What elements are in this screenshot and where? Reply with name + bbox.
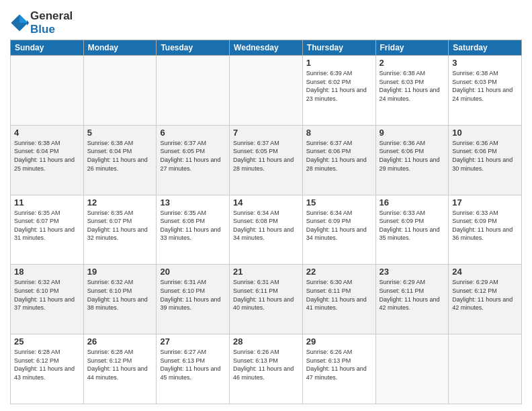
day-info: Sunrise: 6:35 AMSunset: 6:07 PMDaylight:… (14, 209, 80, 242)
day-info: Sunrise: 6:38 AMSunset: 6:03 PMDaylight:… (380, 69, 445, 103)
day-number: 28 (233, 336, 299, 347)
calendar-day-cell: 26Sunrise: 6:28 AMSunset: 6:12 PMDayligh… (83, 334, 157, 404)
day-number: 4 (14, 128, 80, 138)
calendar-day-cell: 8Sunrise: 6:37 AMSunset: 6:06 PMDaylight… (302, 125, 375, 195)
day-number: 8 (306, 128, 372, 138)
calendar-day-cell: 11Sunrise: 6:35 AMSunset: 6:07 PMDayligh… (11, 195, 84, 265)
day-info: Sunrise: 6:36 AMSunset: 6:06 PMDaylight:… (380, 139, 445, 173)
weekday-header: Saturday (449, 40, 522, 56)
calendar-day-cell: 2Sunrise: 6:38 AMSunset: 6:03 PMDaylight… (375, 56, 449, 126)
day-info: Sunrise: 6:38 AMSunset: 6:03 PMDaylight:… (452, 69, 518, 103)
calendar-day-cell (230, 56, 303, 126)
calendar-week-row: 18Sunrise: 6:32 AMSunset: 6:10 PMDayligh… (11, 265, 522, 334)
calendar-week-row: 11Sunrise: 6:35 AMSunset: 6:07 PMDayligh… (11, 195, 522, 265)
day-info: Sunrise: 6:34 AMSunset: 6:08 PMDaylight:… (233, 209, 299, 242)
calendar-day-cell: 1Sunrise: 6:39 AMSunset: 6:02 PMDaylight… (302, 56, 375, 126)
calendar-day-cell: 15Sunrise: 6:34 AMSunset: 6:09 PMDayligh… (302, 195, 375, 265)
day-number: 23 (380, 267, 445, 277)
calendar-week-row: 1Sunrise: 6:39 AMSunset: 6:02 PMDaylight… (11, 56, 522, 126)
day-number: 10 (452, 128, 518, 138)
day-info: Sunrise: 6:26 AMSunset: 6:13 PMDaylight:… (306, 348, 372, 381)
calendar-day-cell: 10Sunrise: 6:36 AMSunset: 6:06 PMDayligh… (449, 125, 522, 195)
day-number: 17 (452, 197, 518, 208)
day-number: 29 (306, 336, 372, 347)
day-number: 1 (306, 58, 372, 68)
day-info: Sunrise: 6:38 AMSunset: 6:04 PMDaylight:… (14, 139, 80, 173)
logo: General Blue (10, 9, 73, 36)
calendar-day-cell: 17Sunrise: 6:33 AMSunset: 6:09 PMDayligh… (449, 195, 522, 265)
day-info: Sunrise: 6:39 AMSunset: 6:02 PMDaylight:… (306, 69, 372, 103)
calendar-day-cell: 5Sunrise: 6:38 AMSunset: 6:04 PMDaylight… (83, 125, 157, 195)
calendar-day-cell (11, 56, 84, 126)
day-number: 26 (87, 336, 153, 347)
weekday-header: Tuesday (157, 40, 230, 56)
calendar-day-cell: 13Sunrise: 6:35 AMSunset: 6:08 PMDayligh… (157, 195, 230, 265)
day-info: Sunrise: 6:29 AMSunset: 6:11 PMDaylight:… (380, 278, 445, 312)
day-info: Sunrise: 6:27 AMSunset: 6:13 PMDaylight:… (160, 348, 226, 381)
day-number: 24 (452, 267, 518, 277)
day-number: 14 (233, 197, 299, 208)
weekday-header: Monday (83, 40, 157, 56)
calendar-day-cell: 28Sunrise: 6:26 AMSunset: 6:13 PMDayligh… (230, 334, 303, 404)
day-number: 2 (380, 58, 445, 68)
calendar-week-row: 4Sunrise: 6:38 AMSunset: 6:04 PMDaylight… (11, 125, 522, 195)
day-info: Sunrise: 6:33 AMSunset: 6:09 PMDaylight:… (380, 209, 445, 242)
calendar-header-row: SundayMondayTuesdayWednesdayThursdayFrid… (11, 40, 522, 56)
calendar-page: General Blue SundayMondayTuesdayWednesda… (0, 0, 532, 411)
day-number: 6 (160, 128, 226, 138)
day-info: Sunrise: 6:37 AMSunset: 6:06 PMDaylight:… (306, 139, 372, 173)
calendar-table: SundayMondayTuesdayWednesdayThursdayFrid… (10, 40, 522, 404)
calendar-day-cell (375, 334, 449, 404)
day-info: Sunrise: 6:28 AMSunset: 6:12 PMDaylight:… (87, 348, 153, 381)
calendar-day-cell: 18Sunrise: 6:32 AMSunset: 6:10 PMDayligh… (11, 265, 84, 334)
calendar-day-cell (449, 334, 522, 404)
weekday-header: Sunday (11, 40, 84, 56)
calendar-day-cell: 24Sunrise: 6:29 AMSunset: 6:12 PMDayligh… (449, 265, 522, 334)
day-number: 18 (14, 267, 80, 277)
calendar-day-cell (83, 56, 157, 126)
calendar-day-cell: 21Sunrise: 6:31 AMSunset: 6:11 PMDayligh… (230, 265, 303, 334)
calendar-day-cell: 9Sunrise: 6:36 AMSunset: 6:06 PMDaylight… (375, 125, 449, 195)
day-number: 3 (452, 58, 518, 68)
day-number: 20 (160, 267, 226, 277)
day-info: Sunrise: 6:35 AMSunset: 6:07 PMDaylight:… (87, 209, 153, 242)
day-info: Sunrise: 6:37 AMSunset: 6:05 PMDaylight:… (160, 139, 226, 173)
weekday-header: Thursday (302, 40, 375, 56)
day-info: Sunrise: 6:31 AMSunset: 6:11 PMDaylight:… (233, 278, 299, 312)
calendar-day-cell: 4Sunrise: 6:38 AMSunset: 6:04 PMDaylight… (11, 125, 84, 195)
calendar-day-cell: 22Sunrise: 6:30 AMSunset: 6:11 PMDayligh… (302, 265, 375, 334)
calendar-day-cell: 27Sunrise: 6:27 AMSunset: 6:13 PMDayligh… (157, 334, 230, 404)
logo-icon (10, 13, 29, 32)
calendar-day-cell: 3Sunrise: 6:38 AMSunset: 6:03 PMDaylight… (449, 56, 522, 126)
svg-marker-2 (27, 19, 29, 25)
calendar-day-cell: 20Sunrise: 6:31 AMSunset: 6:10 PMDayligh… (157, 265, 230, 334)
day-number: 12 (87, 197, 153, 208)
day-info: Sunrise: 6:35 AMSunset: 6:08 PMDaylight:… (160, 209, 226, 242)
day-info: Sunrise: 6:33 AMSunset: 6:09 PMDaylight:… (452, 209, 518, 242)
day-number: 21 (233, 267, 299, 277)
day-info: Sunrise: 6:29 AMSunset: 6:12 PMDaylight:… (452, 278, 518, 312)
header: General Blue (10, 7, 522, 36)
day-number: 5 (87, 128, 153, 138)
calendar-day-cell (157, 56, 230, 126)
calendar-day-cell: 7Sunrise: 6:37 AMSunset: 6:05 PMDaylight… (230, 125, 303, 195)
day-number: 25 (14, 336, 80, 347)
day-number: 16 (380, 197, 445, 208)
day-info: Sunrise: 6:26 AMSunset: 6:13 PMDaylight:… (233, 348, 299, 381)
day-info: Sunrise: 6:36 AMSunset: 6:06 PMDaylight:… (452, 139, 518, 173)
day-info: Sunrise: 6:31 AMSunset: 6:10 PMDaylight:… (160, 278, 226, 312)
day-number: 22 (306, 267, 372, 277)
day-info: Sunrise: 6:28 AMSunset: 6:12 PMDaylight:… (14, 348, 80, 381)
calendar-day-cell: 23Sunrise: 6:29 AMSunset: 6:11 PMDayligh… (375, 265, 449, 334)
day-number: 9 (380, 128, 445, 138)
day-info: Sunrise: 6:30 AMSunset: 6:11 PMDaylight:… (306, 278, 372, 312)
calendar-week-row: 25Sunrise: 6:28 AMSunset: 6:12 PMDayligh… (11, 334, 522, 404)
day-number: 27 (160, 336, 226, 347)
day-info: Sunrise: 6:38 AMSunset: 6:04 PMDaylight:… (87, 139, 153, 173)
calendar-day-cell: 25Sunrise: 6:28 AMSunset: 6:12 PMDayligh… (11, 334, 84, 404)
day-number: 11 (14, 197, 80, 208)
day-number: 13 (160, 197, 226, 208)
day-number: 15 (306, 197, 372, 208)
calendar-day-cell: 16Sunrise: 6:33 AMSunset: 6:09 PMDayligh… (375, 195, 449, 265)
calendar-day-cell: 12Sunrise: 6:35 AMSunset: 6:07 PMDayligh… (83, 195, 157, 265)
